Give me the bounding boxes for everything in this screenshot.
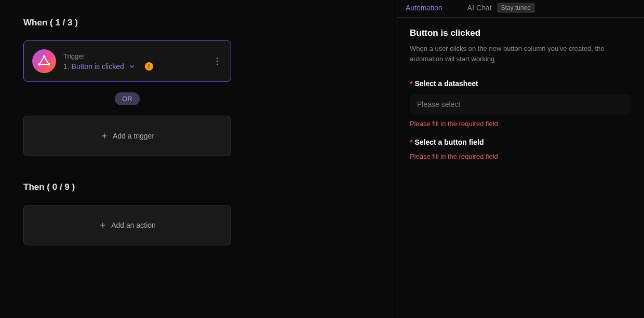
button-field-group: *Select a button field Please fill in th…: [410, 138, 632, 160]
stay-tuned-badge: Stay tuned: [497, 3, 535, 13]
plus-icon: [99, 221, 107, 229]
then-section: Then ( 0 / 9 ) Add an action: [23, 182, 373, 245]
button-field-label: *Select a button field: [410, 138, 632, 146]
details-content: Button is clicked When a user clicks on …: [397, 18, 644, 181]
chevron-down-icon: [128, 63, 136, 70]
detail-title: Button is clicked: [410, 28, 632, 38]
when-title: When ( 1 / 3 ): [23, 18, 373, 28]
trigger-card[interactable]: Trigger 1. Button is clicked !: [23, 40, 231, 82]
warning-icon: !: [145, 62, 153, 71]
svg-point-1: [48, 64, 50, 65]
automation-builder-panel: When ( 1 / 3 ) Trigger 1. Button is clic…: [0, 0, 397, 318]
datasheet-error-text: Please fill in the required field: [410, 120, 632, 128]
button-field-label-text: Select a button field: [414, 138, 484, 146]
detail-description: When a user clicks on the new button col…: [410, 44, 632, 64]
trigger-text-group: Trigger 1. Button is clicked !: [63, 52, 153, 71]
datasheet-select[interactable]: Please select: [410, 94, 632, 115]
required-star-icon: *: [410, 79, 412, 88]
or-label: OR: [115, 92, 140, 105]
datasheet-field-label: *Select a datasheet: [410, 79, 632, 88]
when-section: When ( 1 / 3 ) Trigger 1. Button is clic…: [23, 18, 373, 156]
svg-point-0: [44, 56, 45, 58]
tabs-bar: Automation AI Chat Stay tuned: [397, 0, 644, 18]
details-panel: Automation AI Chat Stay tuned Button is …: [397, 0, 644, 318]
or-separator: OR: [23, 92, 231, 105]
then-title: Then ( 0 / 9 ): [23, 182, 373, 192]
datasheet-field-group: *Select a datasheet Please select Please…: [410, 79, 632, 128]
datasheet-label-text: Select a datasheet: [414, 79, 478, 88]
more-options-icon[interactable]: [212, 56, 222, 67]
svg-point-2: [39, 64, 41, 65]
add-trigger-button[interactable]: Add a trigger: [23, 116, 231, 156]
tab-ai-chat-label: AI Chat: [467, 4, 492, 12]
trigger-action-text: 1. Button is clicked: [63, 62, 124, 71]
add-action-button[interactable]: Add an action: [23, 205, 231, 245]
app-logo-icon: [32, 49, 56, 73]
required-star-icon: *: [410, 138, 412, 146]
button-field-error-text: Please fill in the required field: [410, 153, 632, 160]
plus-icon: [100, 132, 109, 140]
tab-ai-chat[interactable]: AI Chat Stay tuned: [467, 3, 535, 13]
add-trigger-label: Add a trigger: [113, 132, 154, 140]
add-action-label: Add an action: [111, 221, 156, 229]
tab-automation[interactable]: Automation: [406, 4, 442, 12]
trigger-action-row[interactable]: 1. Button is clicked !: [63, 62, 153, 71]
trigger-label: Trigger: [63, 52, 153, 60]
